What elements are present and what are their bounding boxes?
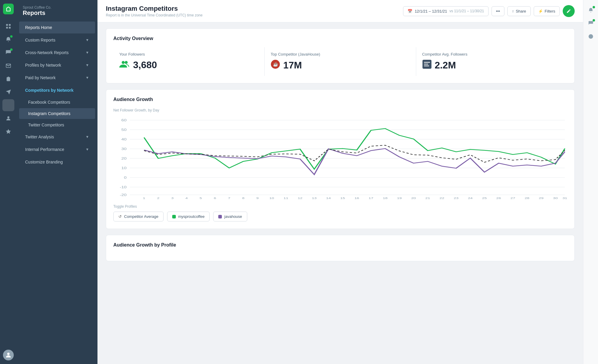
competitors-label: Competitors by Network (25, 88, 74, 93)
toggle-competitor-average[interactable]: ↺ Competitor Average (113, 212, 164, 221)
nav-publish-icon[interactable] (2, 86, 14, 98)
paid-label: Paid by Network (25, 75, 56, 80)
filters-button[interactable]: ⚡ Filters (534, 6, 560, 16)
date-range-button[interactable]: 📅 12/1/21 – 12/31/21 vs 11/1/21 – 11/30/… (403, 6, 489, 16)
svg-text:40: 40 (121, 138, 127, 141)
svg-text:26: 26 (496, 197, 501, 200)
edit-button[interactable] (563, 5, 575, 17)
right-help-icon[interactable] (585, 31, 596, 42)
svg-rect-11 (424, 62, 430, 63)
audience-growth-chart: 60 50 40 30 20 10 0 -10 -20 (113, 116, 567, 200)
svg-text:☕: ☕ (273, 62, 278, 67)
sidebar-item-twitter-analysis[interactable]: Twitter Analysis ▼ (19, 131, 95, 143)
svg-text:30: 30 (121, 147, 127, 151)
nav-star-icon[interactable] (2, 126, 14, 137)
svg-rect-1 (9, 24, 11, 26)
instagram-competitors-label: Instagram Competitors (28, 111, 71, 116)
header-left: Instagram Competitors Report is in the U… (106, 5, 202, 17)
user-avatar[interactable] (3, 350, 14, 360)
toggle-section: Toggle Profiles ↺ Competitor Average mys… (113, 204, 567, 221)
svg-text:0: 0 (124, 176, 126, 179)
refresh-icon: ↺ (118, 214, 122, 219)
more-button[interactable]: ••• (492, 6, 505, 16)
more-label: ••• (496, 9, 500, 13)
svg-text:30: 30 (553, 197, 558, 200)
metric-your-followers: Your Followers 3,680 (113, 47, 265, 76)
svg-text:23: 23 (454, 197, 458, 200)
metric-label-avg-followers: Competitor Avg. Followers (422, 52, 561, 56)
header-actions: 📅 12/1/21 – 12/31/21 vs 11/1/21 – 11/30/… (403, 5, 575, 17)
right-comment-icon[interactable] (585, 18, 596, 29)
dashed-average-line (144, 145, 565, 162)
nav-tasks-icon[interactable] (2, 73, 14, 85)
svg-rect-13 (424, 65, 429, 66)
nav-inbox-icon[interactable] (2, 60, 14, 72)
svg-text:18: 18 (383, 197, 388, 200)
sidebar-item-instagram-competitors[interactable]: Instagram Competitors (19, 108, 95, 119)
twitter-analysis-label: Twitter Analysis (25, 134, 54, 139)
right-bell-icon[interactable] (585, 5, 596, 16)
sidebar-item-internal-performance[interactable]: Internal Performance ▼ (19, 143, 95, 155)
svg-rect-0 (6, 24, 8, 26)
custom-reports-label: Custom Reports (25, 38, 55, 42)
metric-value-followers: 3,680 (133, 59, 157, 71)
metric-value-top-competitor: 17M (283, 60, 302, 71)
sidebar-item-custom-reports[interactable]: Custom Reports ▼ (19, 34, 95, 46)
svg-rect-3 (9, 27, 11, 29)
toggle-items: ↺ Competitor Average mysproutcoffee java… (113, 212, 567, 221)
top-competitor-icon: ☕ (271, 59, 280, 71)
content-area: Activity Overview Your Followers 3,680 T… (97, 22, 583, 273)
toggle-mysproutcoffee[interactable]: mysproutcoffee (167, 212, 210, 221)
svg-text:6: 6 (214, 197, 216, 200)
svg-text:29: 29 (539, 197, 544, 200)
sidebar-item-customize-branding[interactable]: Customize Branding (19, 156, 95, 168)
sidebar-item-reports-home[interactable]: Reports Home (19, 22, 95, 33)
nav-feed-icon[interactable] (2, 20, 14, 32)
sidebar-header: Sprout Coffee Co. Reports (17, 0, 97, 21)
teal-legend-dot (172, 215, 176, 218)
sidebar-item-facebook-competitors[interactable]: Facebook Competitors (19, 97, 95, 108)
svg-text:50: 50 (121, 128, 127, 131)
sidebar-item-paid-by-network[interactable]: Paid by Network ▼ (19, 72, 95, 84)
nav-reports-icon[interactable] (2, 99, 14, 111)
nav-social-icon[interactable] (2, 112, 14, 124)
svg-point-7 (125, 61, 128, 64)
profiles-label: Profiles by Network (25, 63, 61, 68)
page-subtitle: Report is in the Universal Time Coordina… (106, 13, 202, 17)
page-header: Instagram Competitors Report is in the U… (97, 0, 583, 22)
metrics-row: Your Followers 3,680 Top Competitor (Jav… (113, 47, 567, 76)
svg-text:10: 10 (121, 166, 127, 170)
share-icon: ↑ (512, 9, 514, 13)
svg-text:21: 21 (425, 197, 430, 200)
svg-text:-10: -10 (120, 186, 126, 189)
svg-text:13: 13 (312, 197, 317, 200)
app-logo[interactable] (3, 4, 14, 14)
share-button[interactable]: ↑ Share (507, 6, 530, 16)
activity-overview-title: Activity Overview (113, 36, 567, 41)
sidebar-item-twitter-competitors[interactable]: Twitter Competitors (19, 120, 95, 130)
audience-growth-by-profile-title: Audience Growth by Profile (113, 242, 567, 248)
sidebar: Sprout Coffee Co. Reports Reports Home C… (17, 0, 97, 364)
internal-performance-label: Internal Performance (25, 147, 64, 152)
metric-value-avg-followers: 2.2M (435, 60, 456, 71)
sidebar-item-profiles-by-network[interactable]: Profiles by Network ▼ (19, 59, 95, 71)
svg-point-6 (122, 61, 125, 64)
svg-rect-2 (6, 27, 8, 29)
company-name: Sprout Coffee Co. (23, 5, 91, 10)
svg-text:15: 15 (340, 197, 345, 200)
cross-network-label: Cross-Network Reports (25, 50, 68, 55)
right-panel (583, 0, 598, 364)
svg-text:60: 60 (121, 119, 127, 122)
filters-label: Filters (545, 9, 555, 13)
sidebar-item-competitors-by-network[interactable]: Competitors by Network (19, 84, 95, 96)
svg-text:16: 16 (354, 197, 359, 200)
sidebar-item-cross-network[interactable]: Cross-Network Reports ▼ (19, 47, 95, 59)
metric-label-top-competitor: Top Competitor (JavaHouse) (271, 52, 410, 56)
nav-messages-icon[interactable] (2, 47, 14, 59)
svg-text:28: 28 (525, 197, 530, 200)
toggle-javahouse[interactable]: javahouse (213, 212, 247, 221)
chevron-down-icon: ▼ (86, 63, 89, 67)
customize-branding-label: Customize Branding (25, 160, 63, 164)
main-content: Instagram Competitors Report is in the U… (97, 0, 583, 364)
nav-notifications-icon[interactable] (2, 33, 14, 45)
